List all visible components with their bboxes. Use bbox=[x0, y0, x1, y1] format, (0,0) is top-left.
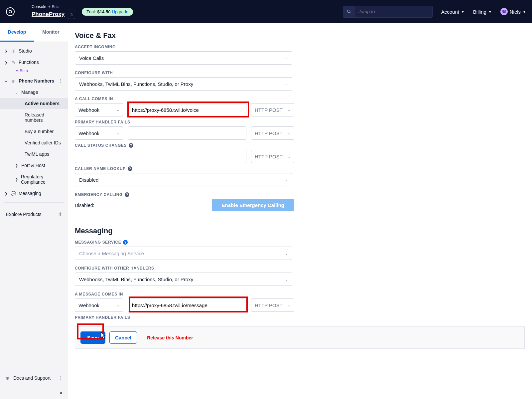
configure-with-select[interactable]: Webhooks, TwiML Bins, Functions, Studio,… bbox=[75, 77, 292, 91]
messaging-service-select[interactable]: Choose a Messaging Service⌄ bbox=[75, 247, 292, 260]
caller-lookup-select[interactable]: Disabled⌄ bbox=[75, 173, 292, 186]
brand-logo-icon bbox=[6, 7, 15, 16]
voice-fallback-method-select[interactable]: HTTP POST⌄ bbox=[251, 126, 294, 140]
help-icon[interactable]: ? bbox=[125, 192, 129, 197]
sidebar-item-port-host[interactable]: ❯ Port & Host bbox=[0, 160, 68, 171]
sidebar-item-phone-numbers[interactable]: ⌄ # Phone Numbers ⋮ bbox=[0, 75, 68, 87]
message-webhook-url-input[interactable] bbox=[128, 299, 246, 312]
upgrade-link[interactable]: Upgrade bbox=[112, 9, 128, 14]
messaging-heading: Messaging bbox=[75, 227, 525, 235]
user-menu[interactable]: NS Niels▼ bbox=[500, 8, 526, 15]
save-button[interactable]: Save bbox=[80, 331, 105, 344]
beta-tag: ✦ Beta bbox=[48, 5, 60, 9]
chevron-down-icon: ⌄ bbox=[285, 178, 288, 182]
chevron-down-icon: ⌄ bbox=[288, 303, 291, 307]
svg-point-0 bbox=[347, 10, 350, 13]
help-icon[interactable]: ? bbox=[129, 143, 133, 148]
sidebar-item-regulatory[interactable]: ❯ Regulatory Compliance bbox=[0, 171, 68, 188]
sidebar-item-studio[interactable]: ❯ ◫ Studio bbox=[0, 45, 68, 57]
functions-icon: ✎ bbox=[11, 60, 16, 65]
accept-incoming-label: ACCEPT INCOMING bbox=[75, 45, 525, 49]
chevron-down-icon: ⌄ bbox=[116, 303, 119, 307]
tab-monitor[interactable]: Monitor bbox=[34, 23, 68, 42]
chevron-right-icon: ❯ bbox=[5, 192, 8, 195]
avatar: NS bbox=[500, 8, 508, 15]
cancel-button[interactable]: Cancel bbox=[109, 331, 137, 344]
chevron-right-icon: ❯ bbox=[15, 178, 18, 181]
chevron-down-icon: ⌄ bbox=[15, 91, 19, 94]
message-http-method-select[interactable]: HTTP POST⌄ bbox=[251, 299, 294, 312]
chevron-down-icon: ⌄ bbox=[5, 79, 8, 83]
chevron-right-icon: ❯ bbox=[15, 164, 19, 167]
chevron-down-icon: ⌄ bbox=[285, 56, 288, 60]
sidebar-item-active-numbers[interactable]: Active numbers bbox=[0, 98, 68, 109]
search-input[interactable] bbox=[355, 9, 432, 14]
chevron-down-icon: ⌄ bbox=[285, 82, 288, 86]
sidebar-item-released-numbers[interactable]: Released numbers bbox=[0, 109, 68, 126]
sidebar-item-messaging[interactable]: ❯ 💬 Messaging bbox=[0, 188, 68, 199]
console-label: Console bbox=[32, 4, 46, 9]
configure-other-handlers-select[interactable]: Webhooks, TwiML Bins, Functions, Studio,… bbox=[75, 273, 292, 286]
account-menu[interactable]: Account▼ bbox=[441, 9, 465, 15]
globe-icon: ⊕ bbox=[5, 375, 10, 381]
message-comes-in-label: A MESSAGE COMES IN bbox=[75, 292, 525, 297]
search-box[interactable] bbox=[343, 6, 433, 18]
messaging-service-label: MESSAGING SERVICE ? bbox=[75, 240, 525, 245]
message-handler-type-select[interactable]: Webhook⌄ bbox=[75, 299, 123, 312]
plus-icon: + bbox=[58, 211, 62, 218]
chevron-down-icon: ⌄ bbox=[116, 108, 119, 112]
chevron-double-left-icon: « bbox=[60, 390, 63, 396]
sidebar-item-functions[interactable]: ❯ ✎ Functions bbox=[0, 57, 68, 68]
docs-and-support[interactable]: ⊕ Docs and Support ⋮ bbox=[0, 370, 68, 386]
chevron-down-icon: ⌄ bbox=[288, 108, 291, 112]
main-content: Voice & Fax ACCEPT INCOMING Voice Calls⌄… bbox=[68, 23, 532, 399]
chevron-down-icon: ⌄ bbox=[288, 154, 291, 159]
help-icon[interactable]: ? bbox=[123, 240, 128, 245]
voice-fallback-type-select[interactable]: Webhook⌄ bbox=[75, 126, 123, 140]
top-navbar: Console ✦ Beta PhoneProxy ⇅ Trial: $14.5… bbox=[0, 0, 532, 23]
sidebar-item-verified-caller-ids[interactable]: Verified caller IDs bbox=[0, 137, 68, 148]
trial-prefix: Trial: bbox=[86, 9, 96, 14]
sidebar-item-twiml-apps[interactable]: TwiML apps bbox=[0, 148, 68, 160]
emergency-disabled-text: Disabled: bbox=[75, 203, 94, 208]
search-icon bbox=[343, 6, 355, 18]
footer-bar: Save Cancel Release this Number bbox=[75, 326, 525, 349]
voice-http-method-select[interactable]: HTTP POST⌄ bbox=[251, 103, 294, 116]
emergency-calling-label: EMERGENCY CALLING ? bbox=[75, 192, 525, 197]
tab-develop[interactable]: Develop bbox=[0, 23, 34, 42]
studio-icon: ◫ bbox=[11, 48, 16, 54]
configure-other-handlers-label: CONFIGURE WITH OTHER HANDLERS bbox=[75, 266, 525, 271]
billing-menu[interactable]: Billing▼ bbox=[473, 9, 492, 15]
project-name[interactable]: PhoneProxy bbox=[32, 11, 65, 18]
sidebar-item-manage[interactable]: ⌄ Manage bbox=[0, 87, 68, 98]
trial-pill: Trial: $14.50 Upgrade bbox=[82, 8, 133, 16]
release-number-link[interactable]: Release this Number bbox=[147, 335, 193, 340]
call-comes-in-label: A CALL COMES IN bbox=[75, 97, 525, 101]
caller-lookup-label: CALLER NAME LOOKUP ? bbox=[75, 166, 525, 171]
voice-webhook-url-input[interactable] bbox=[128, 103, 246, 116]
more-icon[interactable]: ⋮ bbox=[59, 78, 63, 84]
sidebar-item-buy-number[interactable]: Buy a number bbox=[0, 126, 68, 137]
chevron-down-icon: ▼ bbox=[461, 10, 465, 14]
voice-handler-type-select[interactable]: Webhook⌄ bbox=[75, 103, 123, 116]
configure-with-label: CONFIGURE WITH bbox=[75, 71, 525, 75]
accept-incoming-select[interactable]: Voice Calls⌄ bbox=[75, 51, 292, 65]
chevron-down-icon: ⌄ bbox=[116, 131, 119, 135]
chevron-down-icon: ▼ bbox=[488, 10, 492, 14]
voice-fax-heading: Voice & Fax bbox=[75, 31, 525, 40]
project-switcher[interactable]: ⇅ bbox=[68, 10, 75, 19]
help-icon[interactable]: ? bbox=[128, 166, 132, 171]
messaging-icon: 💬 bbox=[11, 191, 16, 196]
sidebar: Develop Monitor ❯ ◫ Studio ❯ ✎ Functions… bbox=[0, 23, 68, 399]
enable-emergency-button[interactable]: Enable Emergency Calling bbox=[212, 199, 294, 211]
call-status-method-select[interactable]: HTTP POST⌄ bbox=[251, 150, 294, 163]
voice-fallback-url-input[interactable] bbox=[128, 126, 246, 140]
svg-line-1 bbox=[349, 12, 350, 13]
chevron-down-icon: ⌄ bbox=[288, 131, 291, 135]
chevron-right-icon: ❯ bbox=[5, 49, 8, 53]
call-status-url-input[interactable] bbox=[75, 150, 246, 163]
more-icon[interactable]: ⋮ bbox=[59, 375, 63, 381]
chevron-down-icon: ▼ bbox=[523, 10, 526, 14]
collapse-sidebar[interactable]: « bbox=[0, 386, 68, 399]
explore-products[interactable]: Explore Products + bbox=[0, 206, 68, 222]
